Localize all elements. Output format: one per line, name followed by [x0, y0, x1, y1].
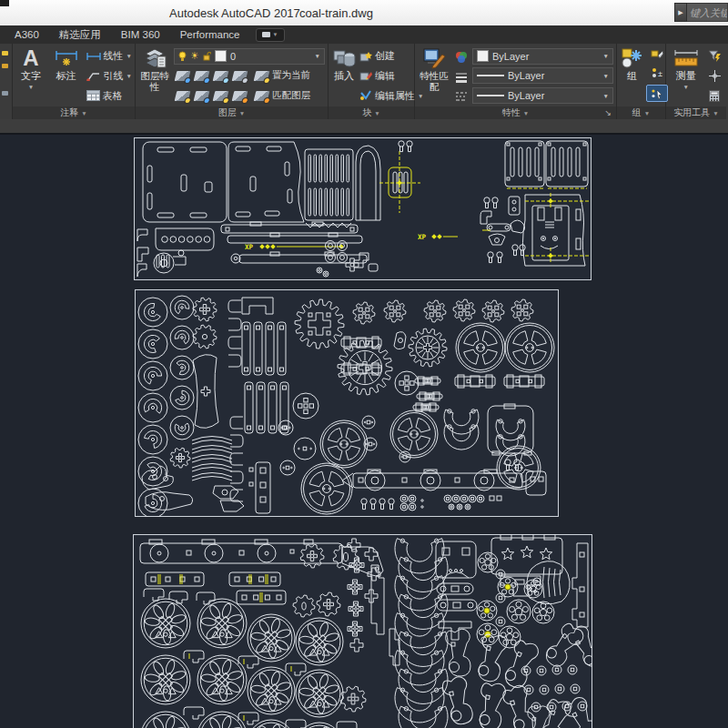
match-layer-button[interactable]: 匹配图层 [253, 87, 310, 105]
linear-dim-icon [86, 52, 101, 61]
clipped-icon [2, 51, 8, 56]
text-tool-icon: A [23, 46, 38, 70]
chevron-down-icon: ▼ [603, 73, 609, 79]
chevron-down-icon: ▼ [315, 53, 320, 59]
layer-select-dropdown[interactable]: ☀ 0 ▼ [174, 48, 325, 65]
layer-color-swatch [215, 50, 227, 62]
color-wheel-icon[interactable] [455, 51, 468, 64]
autocad-window: Autodesk AutoCAD 2017 coal-train.dwg ▶ A… [0, 0, 728, 728]
ribbon: A 文字 ▼ 标注 线性 ▼ [0, 44, 728, 119]
table-button-label: 表格 [103, 89, 123, 103]
drawing-canvas[interactable]: XP XP [0, 135, 728, 728]
clipped-icon [2, 64, 8, 68]
group-button[interactable]: 组 [620, 46, 644, 106]
match-properties-label: 特性匹配 [419, 70, 450, 92]
layer-thaw-all-icon[interactable] [213, 91, 229, 101]
ribbon-panel-clipped-left [0, 44, 13, 119]
tab-performance[interactable]: Performance [170, 25, 250, 44]
group-selection-toggle[interactable] [646, 85, 668, 102]
edit-attributes-label: 编辑属性 [375, 89, 415, 103]
title-bar: Autodesk AutoCAD 2017 coal-train.dwg ▶ [0, 0, 728, 25]
layer-on-bulb-icon [178, 51, 187, 62]
layer-properties-button[interactable]: 图层特性 [138, 46, 171, 106]
group-icon [621, 46, 643, 70]
properties-panel-label[interactable]: 特性▼↘ [415, 106, 616, 119]
leader-icon [86, 71, 101, 81]
match-layer-label: 匹配图层 [272, 89, 310, 102]
linetype-icon[interactable] [455, 91, 468, 102]
layer-properties-icon [142, 46, 167, 70]
color-value: ByLayer [492, 51, 529, 62]
dimension-button[interactable]: 标注 [49, 46, 84, 106]
edit-attributes-button[interactable]: 编辑属性 ▼ [359, 87, 423, 105]
create-block-label: 创建 [375, 49, 395, 63]
create-block-icon [359, 51, 372, 62]
layers-panel-label[interactable]: 图层▼ [136, 106, 328, 119]
chevron-down-icon: ▼ [603, 93, 609, 99]
set-current-layer-button[interactable]: 置为当前 [253, 67, 310, 85]
chevron-down-icon: ▼ [126, 53, 132, 59]
layer-freeze-icon[interactable] [213, 71, 229, 81]
edit-block-button[interactable]: 编辑 [359, 67, 423, 85]
ribbon-bottom-strip [0, 119, 728, 135]
dimension-icon [54, 46, 79, 70]
block-panel-label[interactable]: 块▼ [329, 106, 414, 119]
ungroup-icon[interactable] [651, 50, 663, 61]
layer-unlock-all-icon[interactable] [232, 91, 248, 101]
layer-off-icon[interactable] [175, 71, 191, 81]
edit-block-icon [359, 70, 372, 81]
tab-bim360[interactable]: BIM 360 [111, 25, 170, 44]
lineweight-icon[interactable] [455, 72, 468, 83]
object-color-dropdown[interactable]: ByLayer ▼ [472, 48, 613, 65]
lineweight-value: ByLayer [508, 70, 544, 81]
document-name: coal-train.dwg [299, 6, 373, 20]
app-title: Autodesk AutoCAD 2017 [169, 6, 300, 20]
text-button[interactable]: A 文字 ▼ [15, 46, 46, 106]
chevron-down-icon: ▼ [126, 73, 132, 79]
linear-button[interactable]: 线性 ▼ [86, 47, 132, 65]
measure-icon [672, 46, 700, 70]
tab-featured-apps[interactable]: 精选应用 [49, 25, 111, 44]
dimension-button-label: 标注 [56, 70, 76, 81]
media-recorder-button[interactable]: ▼ [256, 28, 285, 42]
drawing-sheet-1[interactable]: XP XP [134, 136, 592, 280]
layer-lock-icon[interactable] [232, 71, 248, 81]
ribbon-tab-bar: A360 精选应用 BIM 360 Performance ▼ [0, 25, 728, 44]
tab-a360[interactable]: A360 [5, 25, 49, 44]
layer-unisolate-icon[interactable] [194, 91, 210, 101]
lineweight-dropdown[interactable]: ByLayer ▼ [472, 67, 613, 84]
search-go-button[interactable]: ▶ [674, 3, 687, 22]
ribbon-panel-block: 插入 创建 编辑 编辑属性 ▼ [329, 44, 415, 119]
measure-button-label: 测量 [676, 70, 696, 81]
dialog-launcher-icon[interactable]: ↘ [604, 106, 612, 119]
measure-button[interactable]: 测量 ▼ [669, 46, 703, 106]
linetype-dropdown[interactable]: ByLayer ▼ [472, 87, 613, 104]
groups-panel-label[interactable]: 组▼ [617, 106, 665, 119]
insert-block-button[interactable]: 插入 [331, 46, 357, 106]
drawing-sheet-2[interactable] [135, 289, 559, 517]
create-block-button[interactable]: 创建 [359, 47, 423, 65]
chevron-down-icon: ▼ [682, 82, 688, 93]
table-button[interactable]: 表格 [86, 87, 132, 105]
layer-on-icon[interactable] [175, 91, 191, 101]
drawing-sheet-3[interactable] [133, 534, 592, 728]
layer-isolate-icon[interactable] [194, 71, 210, 81]
clipped-icon [2, 91, 8, 96]
edit-block-label: 编辑 [375, 69, 395, 83]
text-button-label: 文字 [21, 70, 41, 81]
svg-text:±: ± [658, 69, 662, 78]
quick-select-icon[interactable] [708, 50, 722, 62]
id-point-icon[interactable] [709, 70, 721, 82]
table-icon [86, 90, 100, 101]
edit-group-icon[interactable]: ± [651, 67, 663, 78]
annotate-panel-label[interactable]: 注释▼ [13, 106, 135, 119]
match-properties-icon [422, 46, 446, 70]
match-properties-button[interactable]: 特性匹配 [418, 46, 450, 106]
infocenter-search: ▶ [674, 3, 728, 22]
leader-button[interactable]: 引线 ▼ [86, 67, 132, 85]
search-input[interactable] [687, 3, 728, 22]
current-layer-name: 0 [230, 51, 236, 62]
calculator-icon[interactable] [709, 90, 720, 102]
utilities-panel-label[interactable]: 实用工具▼ [666, 106, 726, 119]
linetype-value: ByLayer [508, 90, 544, 101]
